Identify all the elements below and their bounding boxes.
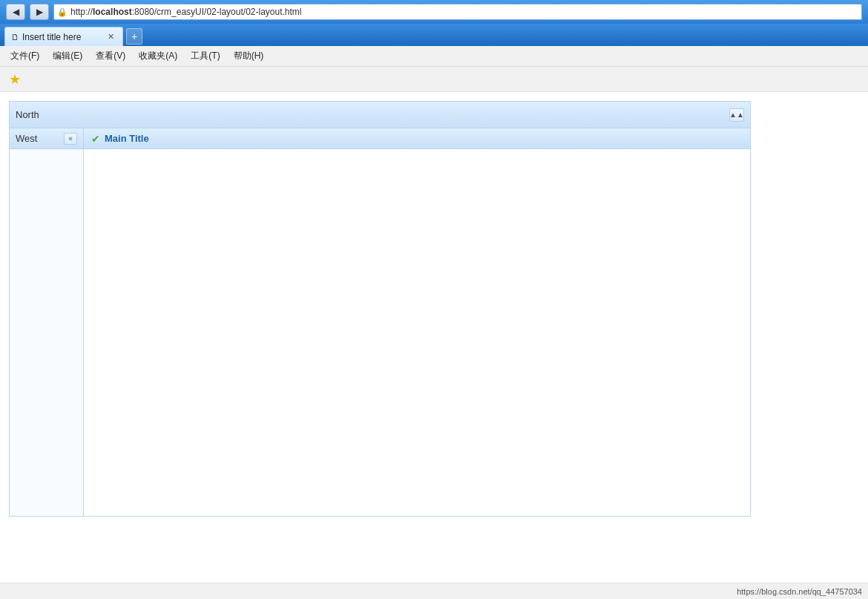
back-button[interactable]: ◀ [6, 4, 25, 20]
address-bar[interactable]: 🔒 http://localhost:8080/crm_easyUI/02-la… [53, 4, 862, 20]
toolbar: ★ [0, 67, 868, 92]
center-row: West « ✔ Main Title [10, 128, 750, 516]
menu-item-file[interactable]: 文件(F) [4, 48, 45, 65]
menu-bar: 文件(F) 编辑(E) 查看(V) 收藏夹(A) 工具(T) 帮助(H) [0, 46, 868, 67]
main-title-checkmark-icon: ✔ [91, 133, 100, 145]
tab-title: Insert title here [22, 32, 102, 42]
address-before-bold: http:// [70, 7, 93, 17]
address-bold: localhost [93, 7, 132, 17]
main-body [84, 149, 750, 516]
menu-item-edit[interactable]: 编辑(E) [47, 48, 88, 65]
west-header: West « [10, 128, 83, 149]
north-collapse-button[interactable]: ▲▲ [729, 108, 744, 122]
west-collapse-icon: « [68, 134, 73, 143]
favorites-button[interactable]: ★ [4, 70, 25, 89]
browser-window: ◀ ▶ 🔒 http://localhost:8080/crm_easyUI/0… [0, 0, 868, 599]
main-title-text: Main Title [105, 133, 149, 144]
browser-tab-active[interactable]: 🗋 Insert title here ✕ [4, 27, 123, 46]
forward-icon: ▶ [36, 7, 43, 17]
browser-titlebar: ◀ ▶ 🔒 http://localhost:8080/crm_easyUI/0… [0, 0, 868, 24]
layout-container: North ▲▲ West « [9, 101, 751, 517]
page-content: North ▲▲ West « [0, 92, 868, 583]
west-collapse-button[interactable]: « [64, 133, 77, 145]
back-icon: ◀ [13, 7, 19, 17]
west-body [10, 149, 83, 516]
menu-item-view[interactable]: 查看(V) [90, 48, 131, 65]
main-header: ✔ Main Title [84, 128, 750, 149]
star-icon: ★ [9, 71, 21, 88]
main-panel: ✔ Main Title [84, 128, 750, 516]
menu-item-tools[interactable]: 工具(T) [185, 48, 226, 65]
north-title: North [16, 109, 39, 120]
west-title: West [16, 133, 37, 144]
status-bar: https://blog.csdn.net/qq_44757034 [0, 583, 868, 599]
north-collapse-icon: ▲▲ [729, 111, 744, 119]
menu-item-help[interactable]: 帮助(H) [228, 48, 270, 65]
west-panel: West « [10, 128, 84, 516]
address-after-bold: :8080/crm_easyUI/02-layout/02-layout.htm… [132, 7, 302, 17]
tab-bar: 🗋 Insert title here ✕ + [0, 24, 868, 46]
tab-close-button[interactable]: ✕ [105, 31, 116, 43]
status-text: https://blog.csdn.net/qq_44757034 [737, 587, 862, 596]
forward-button[interactable]: ▶ [30, 4, 49, 20]
address-icon: 🔒 [57, 7, 68, 17]
address-text: http://localhost:8080/crm_easyUI/02-layo… [70, 7, 858, 17]
menu-item-favorites[interactable]: 收藏夹(A) [133, 48, 183, 65]
tab-favicon-icon: 🗋 [11, 33, 19, 42]
north-panel: North ▲▲ [10, 102, 750, 128]
new-tab-button[interactable]: + [126, 28, 142, 45]
